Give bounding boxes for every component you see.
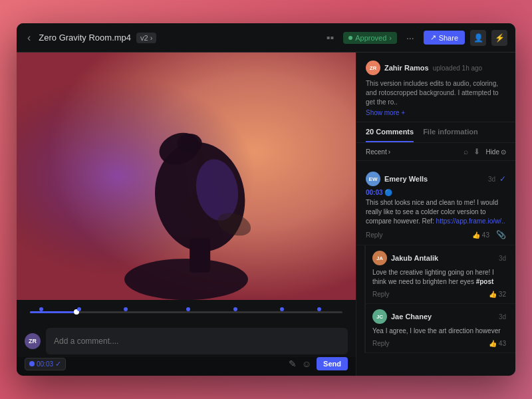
share-button[interactable]: ↗ Share <box>424 31 465 45</box>
approved-label: Approved <box>355 34 386 42</box>
timeline-marker <box>77 307 81 311</box>
reply-button[interactable]: Reply <box>366 231 383 239</box>
comments-toolbar: Recent › ⌕ ⬇ Hide ⊙ <box>356 143 515 161</box>
comment-text: This shot looks nice and clean to me! I … <box>366 198 506 226</box>
commenter-avatar: EW <box>366 172 380 186</box>
tab-comments[interactable]: 20 Comments <box>366 122 414 142</box>
comments-tabs: 20 Comments File information <box>356 122 515 143</box>
comment-item: JC Jae Chaney 3d Yea I agree, I love the… <box>364 304 515 353</box>
timestamp-value: 00:03 <box>37 360 53 368</box>
app-window: ‹ Zero Gravity Room.mp4 v2 › ▪▪ Approved… <box>17 23 515 376</box>
film-icon[interactable]: ▪▪ <box>323 29 338 47</box>
commenter-avatar: JA <box>372 251 387 265</box>
upload-time: uploaded 1h ago <box>433 65 483 72</box>
status-dot <box>348 36 352 40</box>
like-count: 👍 32 <box>489 291 506 298</box>
current-user-avatar: ZR <box>25 333 41 349</box>
draw-icon[interactable]: ✎ <box>289 358 297 369</box>
timeline-marker <box>233 307 237 311</box>
comment-timecode: 00:03 🔵 <box>366 189 506 196</box>
show-more-link[interactable]: Show more + <box>366 109 506 116</box>
upload-info: ZR Zahir Ramos uploaded 1h ago This vers… <box>356 53 515 122</box>
commenter-name: Jae Chaney <box>391 313 432 321</box>
comment-text: Yea I agree, I love the art direction ho… <box>372 327 506 336</box>
uploader-avatar: ZR <box>366 61 380 75</box>
user-icon[interactable]: 👤 <box>470 30 486 46</box>
timeline-progress <box>30 311 77 313</box>
video-timeline[interactable] <box>30 311 342 313</box>
commenter-name: Jakub Antalik <box>391 254 438 262</box>
video-controls <box>17 300 356 324</box>
uploader-row: ZR Zahir Ramos uploaded 1h ago <box>366 61 506 75</box>
video-panel: ZR 00:03 ✓ ✎ ☺ Send <box>17 53 356 376</box>
comment-user-row: JC Jae Chaney 3d <box>372 309 506 324</box>
timeline-marker <box>317 307 321 311</box>
comment-link[interactable]: https://app.frame.io/w/.. <box>436 217 505 225</box>
comment-time: 3d <box>488 176 495 183</box>
filter-recent[interactable]: Recent › <box>366 148 390 156</box>
comment-text: Love the creative lighting going on here… <box>372 268 506 287</box>
timeline-marker <box>124 307 128 311</box>
timeline-marker <box>39 307 43 311</box>
comment-input-row: ZR <box>17 324 356 357</box>
video-area[interactable] <box>17 53 356 300</box>
commenter-name: Emery Wells <box>384 175 428 183</box>
reply-button[interactable]: Reply <box>372 291 390 298</box>
toolbar-icons: ⌕ ⬇ Hide ⊙ <box>464 147 506 156</box>
hide-button[interactable]: Hide ⊙ <box>485 147 506 156</box>
uploader-name: Zahir Ramos <box>384 64 429 72</box>
comment-time: 3d <box>499 255 506 262</box>
comment-input[interactable] <box>54 336 340 346</box>
main-content: ZR 00:03 ✓ ✎ ☺ Send <box>17 53 515 376</box>
timeline-marker <box>186 307 190 311</box>
paperclip-icon: 📎 <box>496 230 506 239</box>
header: ‹ Zero Gravity Room.mp4 v2 › ▪▪ Approved… <box>17 23 515 53</box>
svg-rect-6 <box>190 238 210 273</box>
send-button[interactable]: Send <box>317 357 348 370</box>
comment-time: 3d <box>499 313 506 321</box>
timestamp-badge[interactable]: 00:03 ✓ <box>25 358 66 370</box>
comment-actions: ✎ ☺ Send <box>289 357 348 370</box>
video-thumbnail <box>17 53 356 300</box>
comment-input-wrapper[interactable] <box>46 328 348 354</box>
more-button[interactable]: ··· <box>402 30 418 46</box>
timeline-marker <box>280 307 284 311</box>
comment-user-row: JA Jakub Antalik 3d <box>372 251 506 265</box>
download-icon[interactable]: ⬇ <box>473 147 480 156</box>
commenter-avatar: JC <box>372 309 387 324</box>
approved-status[interactable]: Approved › <box>343 32 397 44</box>
bolt-icon[interactable]: ⚡ <box>491 30 507 46</box>
comment-resolved-icon: ✓ <box>499 174 506 184</box>
reply-button[interactable]: Reply <box>372 340 390 347</box>
comment-footer: Reply 👍 43 <box>372 340 506 347</box>
comment-item: EW Emery Wells 3d ✓ 00:03 🔵 This shot lo… <box>356 166 515 245</box>
timestamp-check-icon: ✓ <box>55 360 61 368</box>
comment-bottom-bar: 00:03 ✓ ✎ ☺ Send <box>17 357 356 376</box>
comment-footer: Reply 👍 32 <box>372 291 506 298</box>
hashtag-text: #post <box>476 278 494 285</box>
timestamp-dot <box>29 361 35 366</box>
emoji-icon[interactable]: ☺ <box>302 358 311 369</box>
comments-panel: ZR Zahir Ramos uploaded 1h ago This vers… <box>356 53 515 376</box>
svg-point-5 <box>178 134 202 153</box>
version-description: This version includes edits to audio, co… <box>366 79 506 107</box>
search-icon[interactable]: ⌕ <box>464 147 468 156</box>
tab-file-info[interactable]: File information <box>423 122 478 142</box>
comments-list: EW Emery Wells 3d ✓ 00:03 🔵 This shot lo… <box>356 161 515 376</box>
file-title: Zero Gravity Room.mp4 <box>39 33 131 43</box>
comment-item: JA Jakub Antalik 3d Love the creative li… <box>364 245 515 304</box>
comment-footer: Reply 👍 43 📎 <box>366 230 506 239</box>
svg-point-2 <box>124 259 248 300</box>
back-button[interactable]: ‹ <box>25 29 33 47</box>
like-count: 👍 43 <box>472 231 489 239</box>
comment-user-row: EW Emery Wells 3d ✓ <box>366 172 506 186</box>
like-count: 👍 43 <box>489 340 506 347</box>
version-badge[interactable]: v2 › <box>136 33 156 43</box>
